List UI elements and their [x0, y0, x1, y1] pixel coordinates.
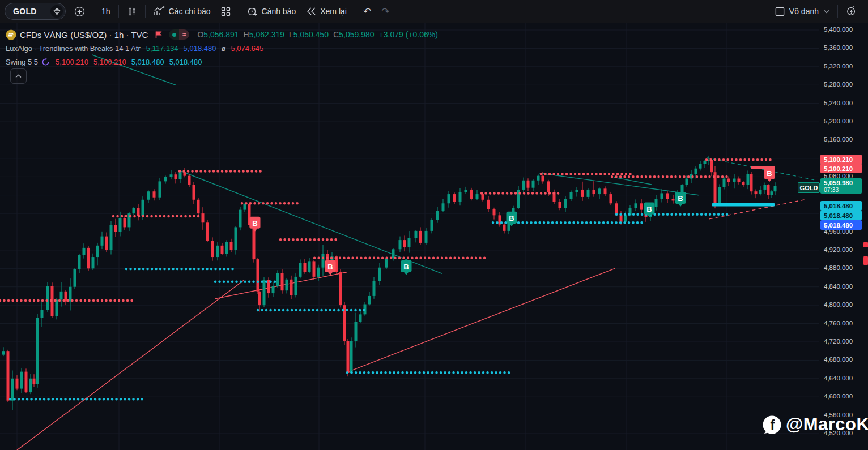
edge-marker	[863, 242, 868, 247]
indicator-name[interactable]: Swing 5 5	[6, 58, 38, 66]
alarm-clock-icon	[247, 6, 258, 17]
watermark-handle: @MarcoK	[786, 414, 868, 435]
alert-button[interactable]: Cảnh báo	[242, 2, 301, 20]
user-menu-button[interactable]: Vô danh	[769, 2, 835, 20]
chart-svg: BBBBBBB	[0, 23, 819, 450]
visibility-toggle[interactable]: ≈	[169, 29, 189, 40]
high-value: 5,062.319	[249, 30, 284, 39]
chart-pane[interactable]: BBBBBBB	[0, 23, 819, 450]
price-label-symbol-tag: GOLD	[798, 182, 820, 193]
symbol-search-button[interactable]: GOLD	[5, 3, 66, 20]
layout-square-icon	[775, 6, 785, 17]
replay-rewind-icon	[306, 7, 316, 16]
diamond-icon	[50, 5, 63, 18]
axis-tick: 4,840.000	[824, 283, 853, 290]
axis-tick: 4,760.000	[824, 320, 853, 327]
axis-price-label: 5,059.98007:33	[820, 178, 862, 194]
ohlc-values: O5,056.891 H5,062.319 L5,050.450 C5,059.…	[197, 30, 437, 39]
axis-tick: 4,800.000	[824, 301, 853, 308]
chevron-up-icon	[15, 74, 22, 78]
replay-label: Xem lại	[320, 7, 347, 16]
indicators-icon	[154, 6, 165, 16]
svg-text:B: B	[403, 263, 409, 271]
legend-indicator-row-luxalgo[interactable]: LuxAlgo - Trendlines with Breaks 14 1 At…	[6, 42, 438, 54]
toggle-wave-icon: ≈	[179, 29, 189, 40]
tradingview-app: GOLD 1h	[0, 0, 868, 450]
redo-button[interactable]: ↷	[376, 2, 394, 20]
open-value: 5,056.891	[203, 30, 239, 39]
legend-indicator-row-swing[interactable]: Swing 5 5 5,100.210 5,100.210 5,018.480 …	[6, 55, 438, 68]
axis-tick: 5,160.000	[824, 136, 853, 143]
gold-coin-icon	[6, 29, 16, 40]
chevron-down-icon	[824, 8, 829, 15]
svg-text:B: B	[678, 194, 683, 203]
toolbar-divider	[355, 5, 355, 18]
compare-add-button[interactable]	[69, 2, 90, 20]
undo-icon: ↶	[363, 6, 371, 18]
price-axis[interactable]: 5,400.0005,360.0005,320.0005,280.0005,24…	[819, 23, 868, 450]
replay-button[interactable]: Xem lại	[301, 2, 352, 20]
axis-tick: 5,320.000	[824, 63, 853, 70]
alert-label: Cảnh báo	[262, 7, 296, 16]
flag-icon[interactable]	[155, 31, 163, 39]
toolbar-divider	[118, 5, 119, 18]
interval-button[interactable]: 1h	[96, 2, 116, 20]
quick-search-button[interactable]	[841, 2, 862, 20]
toolbar-divider	[837, 5, 838, 18]
interval-label: 1h	[101, 7, 110, 16]
axis-price-label: 5,018.480	[820, 201, 862, 211]
chart-style-button[interactable]	[122, 2, 142, 20]
indicators-label: Các chỉ báo	[169, 7, 211, 16]
candlestick-icon	[127, 6, 137, 16]
symbol-name: GOLD	[13, 7, 46, 16]
edge-marker	[863, 256, 868, 265]
undo-button[interactable]: ↶	[358, 2, 376, 20]
axis-tick: 4,600.000	[824, 393, 853, 400]
axis-tick: 4,720.000	[824, 338, 853, 345]
change-value: +3.079 (+0.06%)	[379, 30, 438, 39]
user-label: Vô danh	[789, 7, 819, 16]
watermark: f @MarcoK	[762, 414, 868, 435]
indicators-button[interactable]: Các chỉ báo	[148, 2, 216, 20]
plus-circle-icon	[74, 6, 85, 17]
axis-price-label: 5,100.210	[820, 155, 862, 164]
redo-icon: ↷	[381, 6, 389, 18]
axis-tick: 5,240.000	[824, 100, 853, 106]
break-badge: B	[675, 192, 686, 207]
axis-tick: 5,280.000	[824, 81, 853, 88]
toolbar-divider	[239, 5, 239, 18]
clock-bolt-icon	[846, 6, 857, 17]
svg-text:B: B	[646, 205, 652, 213]
axis-tick: 5,200.000	[824, 118, 853, 125]
svg-text:B: B	[509, 214, 514, 222]
indicator-values: 5,100.210 5,100.210 5,018.480 5,018.480	[56, 58, 202, 66]
svg-text:B: B	[327, 263, 333, 271]
facebook-icon: f	[762, 415, 782, 435]
toolbar-left-group: GOLD 1h	[0, 0, 394, 23]
legend: CFDs VÀNG (US$/OZ) · 1h · TVC ≈ O5,056.8…	[6, 28, 438, 69]
toggle-dot-icon	[169, 29, 179, 40]
axis-tick: 4,680.000	[824, 356, 853, 363]
legend-symbol-row[interactable]: CFDs VÀNG (US$/OZ) · 1h · TVC ≈ O5,056.8…	[6, 28, 438, 41]
axis-tick: 4,920.000	[824, 246, 853, 253]
svg-text:B: B	[767, 169, 772, 178]
indicator-name[interactable]: LuxAlgo - Trendlines with Breaks 14 1 At…	[6, 44, 141, 53]
svg-text:f: f	[771, 418, 775, 432]
break-badge: B	[401, 260, 412, 275]
legend-collapse-button[interactable]	[10, 68, 27, 84]
axis-tick: 4,880.000	[824, 264, 853, 271]
break-badge: B	[764, 167, 775, 182]
svg-text:B: B	[252, 219, 257, 228]
break-badge: B	[250, 217, 261, 232]
indicator-values: 5,117.134 5,018.480 ø 5,074.645	[146, 44, 264, 53]
axis-tick: 4,640.000	[824, 375, 853, 382]
axis-price-label: 5,018.480	[820, 211, 862, 220]
templates-button[interactable]	[216, 2, 236, 20]
break-badge: B	[325, 260, 336, 275]
axis-price-label: 5,100.210	[820, 164, 862, 173]
top-toolbar: GOLD 1h	[0, 0, 868, 23]
toolbar-divider	[145, 5, 146, 18]
toolbar-divider	[93, 5, 93, 18]
close-value: 5,059.980	[339, 30, 374, 39]
axis-tick: 5,360.000	[824, 44, 853, 51]
